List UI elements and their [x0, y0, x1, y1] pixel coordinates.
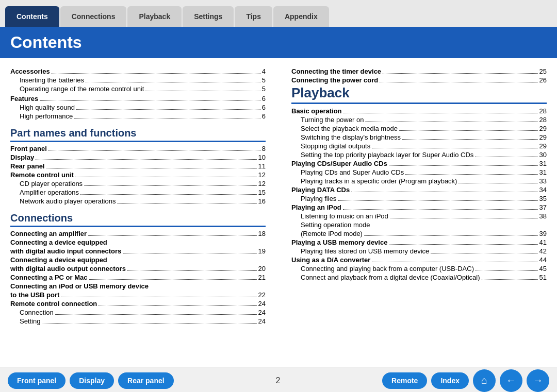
bottom-btn-remote[interactable]: Remote [382, 372, 427, 389]
tab-playback[interactable]: Playback [127, 6, 182, 27]
toc-cd-player-ops: CD player operations 12 [10, 180, 266, 188]
toc-listening-ipod: Listening to music on an iPod 38 [291, 212, 547, 220]
toc-device-digital-input-2: with digital audio input connectors 19 [10, 247, 266, 255]
toc-front-panel: Front panel 8 [10, 145, 266, 152]
toc-operating-range: Operating range of the remote control un… [10, 85, 266, 93]
toc-network-audio-ops: Network audio player operations 16 [10, 197, 266, 205]
toc-playing-files: Playing files 35 [291, 195, 547, 202]
toc-connect-digital-device: Connect and playback from a digital devi… [291, 274, 547, 281]
toc-connecting-ipod-usb-1: Connecting an iPod or USB memory device [10, 282, 266, 290]
section-playback: Playback [291, 85, 547, 104]
toc-device-digital-output-2: with digital audio output connectors 20 [10, 265, 266, 272]
toc-playing-data-cds: Playing DATA CDs 34 [291, 186, 547, 194]
bottom-btn-index[interactable]: Index [431, 372, 469, 389]
toc-using-da-converter: Using as a D/A converter 44 [291, 256, 547, 264]
toc-connecting-power-cord: Connecting the power cord 26 [291, 76, 547, 84]
toc-amplifier-ops: Amplifier operations 15 [10, 189, 266, 196]
tab-contents[interactable]: Contents [5, 6, 59, 27]
toc-playing-files-usb: Playing files stored on USB memory devic… [291, 247, 547, 255]
toc-priority-playback: Setting the top priority playback layer … [291, 151, 547, 159]
toc-stopping-digital: Stopping digital outputs 29 [291, 142, 547, 150]
toc-connecting-computer-usb: Connecting and playing back from a compu… [291, 265, 547, 272]
home-icon-button[interactable]: ⌂ [473, 369, 496, 392]
toc-accessories: Accessories 4 [10, 67, 266, 75]
toc-playing-tracks-program: Playing tracks in a specific order (Prog… [291, 177, 547, 185]
toc-remote-control-conn: Remote control connection 24 [10, 300, 266, 308]
toc-device-digital-output-1: Connecting a device equipped [10, 256, 266, 264]
section-connections: Connections [10, 212, 266, 227]
toc-playing-ipod: Playing an iPod 37 [291, 203, 547, 211]
toc-basic-operation: Basic operation 28 [291, 107, 547, 115]
bottom-btn-display[interactable]: Display [70, 372, 114, 389]
page-title-bar: Contents [0, 27, 557, 58]
forward-arrow-icon: → [533, 374, 543, 386]
toc-display: Display 10 [10, 154, 266, 161]
tab-settings[interactable]: Settings [183, 6, 234, 27]
section-part-names: Part names and functions [10, 127, 266, 142]
toc-setting-operation-mode: Setting operation mode [291, 221, 547, 229]
toc-device-digital-input-1: Connecting a device equipped [10, 238, 266, 246]
left-column: Accessories 4 Inserting the batteries 5 … [10, 66, 273, 362]
toc-playing-cds: Playing CDs/Super Audio CDs 31 [291, 160, 547, 167]
toc-connecting-pc-mac: Connecting a PC or Mac 21 [10, 274, 266, 281]
toc-connection: Connection 24 [10, 309, 266, 316]
toc-playing-cds-super: Playing CDs and Super Audio CDs 31 [291, 168, 547, 176]
page-number: 2 [178, 376, 378, 385]
toc-display-brightness: Switching the display's brightness 29 [291, 133, 547, 141]
toc-high-performance: High performance 6 [10, 112, 266, 120]
bottom-bar: Front panel Display Rear panel 2 Remote … [0, 367, 557, 392]
toc-remote-ipod-mode: (Remote iPod mode) 39 [291, 230, 547, 237]
toc-turning-power-on: Turning the power on 28 [291, 116, 547, 124]
tab-connections[interactable]: Connections [60, 6, 127, 27]
toc-features: Features 6 [10, 94, 266, 103]
bottom-btn-front-panel[interactable]: Front panel [8, 372, 65, 389]
right-column: Connecting the timer device 25 Connectin… [289, 66, 547, 362]
tab-appendix[interactable]: Appendix [273, 6, 329, 27]
page-title: Contents [10, 33, 547, 52]
toc-connecting-timer: Connecting the timer device 25 [291, 67, 547, 75]
toc-rear-panel: Rear panel 11 [10, 162, 266, 170]
toc-remote-control-unit: Remote control unit 12 [10, 171, 266, 179]
toc-select-playback-mode: Select the playback media mode 29 [291, 125, 547, 132]
home-icon: ⌂ [481, 374, 487, 386]
back-icon-button[interactable]: ← [500, 369, 522, 392]
toc-playing-usb: Playing a USB memory device 41 [291, 238, 547, 246]
main-content: Accessories 4 Inserting the batteries 5 … [0, 58, 557, 367]
back-arrow-icon: ← [506, 374, 516, 386]
toc-setting: Setting 24 [10, 317, 266, 325]
bottom-btn-rear-panel[interactable]: Rear panel [118, 372, 174, 389]
toc-connecting-ipod-usb-2: to the USB port 22 [10, 291, 266, 299]
toc-inserting-batteries: Inserting the batteries 5 [10, 76, 266, 84]
tab-tips[interactable]: Tips [235, 6, 272, 27]
tab-bar: Contents Connections Playback Settings T… [0, 0, 557, 27]
toc-high-quality: High quality sound 6 [10, 104, 266, 111]
toc-connecting-amplifier: Connecting an amplifier 18 [10, 230, 266, 237]
forward-icon-button[interactable]: → [527, 369, 549, 392]
